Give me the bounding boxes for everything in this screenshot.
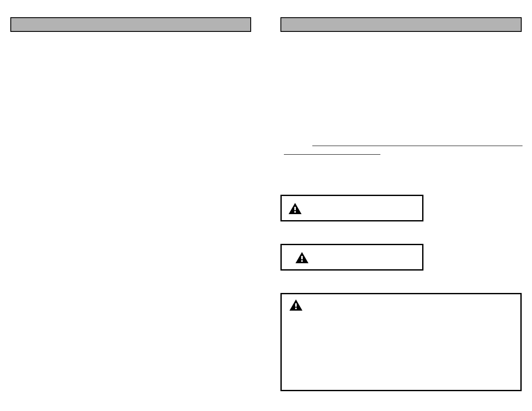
- svg-rect-0: [294, 207, 296, 210]
- svg-rect-4: [295, 303, 297, 307]
- left-body-area: [10, 32, 251, 407]
- svg-rect-3: [301, 260, 303, 262]
- page-columns: [10, 17, 522, 407]
- alert-box-1: [280, 195, 423, 221]
- left-section-header: [10, 17, 251, 32]
- right-column: [280, 17, 522, 407]
- warning-triangle-icon: [289, 203, 302, 214]
- warning-triangle-icon: [296, 252, 308, 263]
- underlined-text-line-2: [284, 154, 380, 155]
- svg-rect-2: [301, 256, 303, 259]
- svg-rect-5: [295, 308, 297, 309]
- alert-box-3: [280, 293, 522, 391]
- underlined-text-line-1: [312, 146, 523, 146]
- alert-boxes-group: [280, 195, 522, 391]
- warning-triangle-icon: [289, 299, 302, 311]
- left-column: [10, 17, 251, 407]
- svg-rect-1: [294, 211, 296, 213]
- right-section-header: [280, 17, 522, 32]
- alert-box-2: [280, 244, 423, 271]
